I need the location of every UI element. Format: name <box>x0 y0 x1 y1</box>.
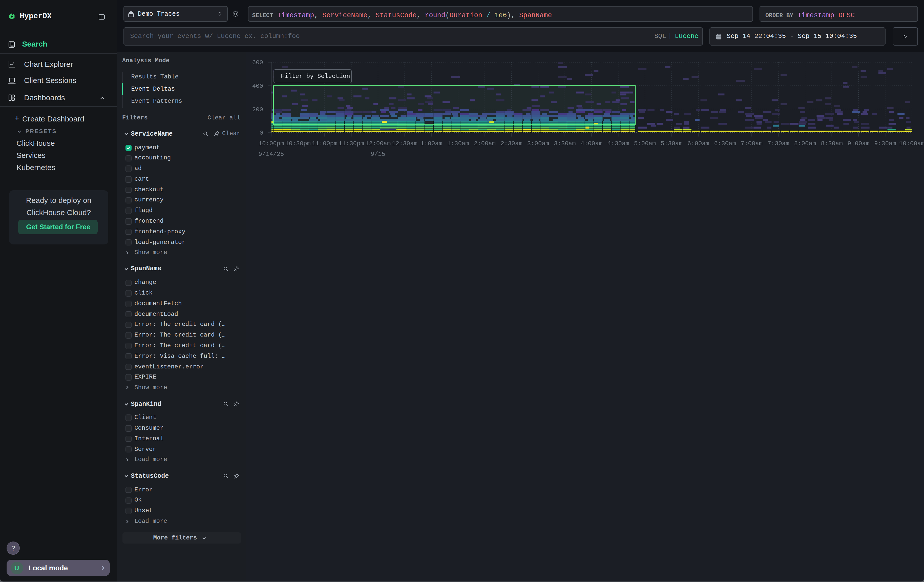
svg-text:5:30am: 5:30am <box>661 140 682 147</box>
svg-text:200: 200 <box>252 106 263 113</box>
svg-text:10:00pm: 10:00pm <box>259 140 284 147</box>
svg-text:8:30am: 8:30am <box>821 140 843 147</box>
svg-text:9/15: 9/15 <box>371 151 385 158</box>
svg-text:Filter by Selection: Filter by Selection <box>281 73 350 80</box>
svg-text:10:30pm: 10:30pm <box>285 140 311 147</box>
svg-text:5:00am: 5:00am <box>634 140 656 147</box>
svg-text:11:00pm: 11:00pm <box>312 140 338 147</box>
svg-text:9:30am: 9:30am <box>874 140 896 147</box>
svg-text:9/14/25: 9/14/25 <box>259 151 284 158</box>
svg-text:3:30am: 3:30am <box>554 140 576 147</box>
svg-text:7:00am: 7:00am <box>741 140 762 147</box>
svg-text:9:00am: 9:00am <box>848 140 870 147</box>
svg-text:12:30am: 12:30am <box>392 140 417 147</box>
svg-text:400: 400 <box>252 83 263 89</box>
svg-text:8:00am: 8:00am <box>794 140 816 147</box>
svg-text:2:30am: 2:30am <box>500 140 522 147</box>
svg-text:0: 0 <box>260 130 263 137</box>
svg-text:2:00am: 2:00am <box>474 140 496 147</box>
svg-text:3:00am: 3:00am <box>527 140 549 147</box>
svg-text:600: 600 <box>252 59 263 66</box>
svg-text:10:00am: 10:00am <box>899 140 924 147</box>
svg-text:1:00am: 1:00am <box>421 140 442 147</box>
svg-text:6:00am: 6:00am <box>687 140 709 147</box>
svg-text:1:30am: 1:30am <box>447 140 469 147</box>
svg-text:11:30pm: 11:30pm <box>338 140 364 147</box>
svg-text:12:00am: 12:00am <box>365 140 391 147</box>
svg-text:4:00am: 4:00am <box>581 140 602 147</box>
svg-text:6:30am: 6:30am <box>714 140 736 147</box>
svg-text:7:30am: 7:30am <box>767 140 789 147</box>
svg-text:4:30am: 4:30am <box>607 140 629 147</box>
